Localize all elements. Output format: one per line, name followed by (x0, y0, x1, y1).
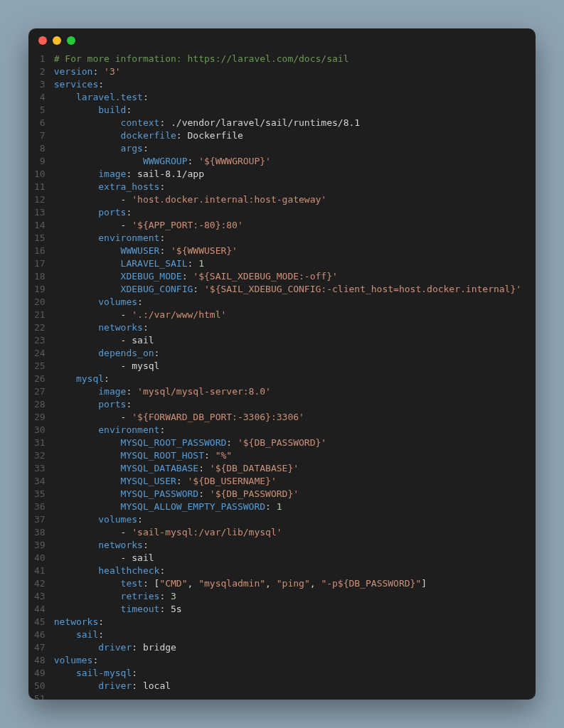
code-token: : (143, 540, 149, 550)
code-content[interactable]: # For more information: https://laravel.… (54, 53, 521, 692)
code-line[interactable]: services: (54, 78, 521, 91)
code-line[interactable]: extra_hosts: (54, 181, 521, 193)
code-token: depends_on (98, 348, 154, 358)
code-line[interactable]: driver: bridge (54, 641, 521, 654)
code-line[interactable]: - '.:/var/www/html' (54, 309, 521, 321)
code-line[interactable]: sail: (54, 628, 521, 641)
code-token (54, 105, 99, 115)
code-line[interactable]: dockerfile: Dockerfile (54, 129, 521, 142)
code-token: : (143, 322, 149, 333)
code-line[interactable]: # For more information: https://laravel.… (54, 53, 521, 65)
code-token: : (159, 565, 165, 576)
code-line[interactable]: MYSQL_USER: '${DB_USERNAME}' (54, 475, 521, 488)
code-token (54, 501, 121, 512)
code-token: build (98, 105, 126, 115)
code-line[interactable]: volumes: (54, 654, 521, 667)
code-line[interactable]: - sail (54, 552, 521, 564)
code-token: '${WWWGROUP}' (198, 156, 271, 166)
close-icon[interactable] (38, 36, 47, 45)
code-token: : (204, 450, 216, 461)
code-line[interactable]: XDEBUG_MODE: '${SAIL_XDEBUG_MODE:-off}' (54, 270, 521, 283)
code-line[interactable]: LARAVEL_SAIL: 1 (54, 257, 521, 270)
code-token: '${DB_DATABASE}' (210, 463, 299, 473)
code-token (54, 565, 99, 576)
code-token: environment (98, 232, 159, 243)
code-line[interactable]: WWWGROUP: '${WWWGROUP}' (54, 155, 521, 168)
code-line[interactable]: volumes: (54, 513, 521, 526)
code-line[interactable]: - '${FORWARD_DB_PORT:-3306}:3306' (54, 411, 521, 424)
code-token (54, 437, 121, 448)
code-token: MYSQL_USER (121, 476, 176, 486)
code-line[interactable]: - sail (54, 334, 521, 347)
code-line[interactable]: ports: (54, 206, 521, 219)
code-token (54, 245, 121, 256)
code-line[interactable]: args: (54, 142, 521, 155)
code-line[interactable]: mysql: (54, 373, 521, 385)
minimize-icon[interactable] (53, 36, 61, 45)
code-token: : (188, 258, 199, 269)
code-token: ports (98, 207, 126, 218)
zoom-icon[interactable] (67, 36, 75, 45)
code-token: '${SAIL_XDEBUG_MODE:-off}' (193, 271, 338, 282)
code-line[interactable]: driver: local (54, 680, 521, 692)
code-token: '3' (104, 66, 120, 77)
code-line[interactable]: volumes: (54, 296, 521, 309)
code-token: mysql (76, 373, 104, 384)
code-token: 3 (171, 591, 176, 601)
code-token: "mysqladmin" (198, 578, 265, 589)
code-line[interactable]: retries: 3 (54, 590, 521, 603)
code-line[interactable]: MYSQL_ROOT_HOST: "%" (54, 449, 521, 462)
code-token: retries (121, 591, 160, 601)
code-token (54, 514, 99, 525)
code-line[interactable]: WWWUSER: '${WWWUSER}' (54, 245, 521, 257)
code-token: volumes (98, 514, 137, 525)
code-line[interactable]: timeout: 5s (54, 603, 521, 616)
code-line[interactable]: - mysql (54, 360, 521, 373)
code-line[interactable]: - '${APP_PORT:-80}:80' (54, 219, 521, 232)
code-line[interactable]: sail-mysql: (54, 667, 521, 680)
code-line[interactable]: image: 'mysql/mysql-server:8.0' (54, 385, 521, 398)
code-line[interactable]: depends_on: (54, 347, 521, 360)
code-token: '.:/var/www/html' (132, 309, 226, 320)
code-line[interactable]: context: ./vendor/laravel/sail/runtimes/… (54, 117, 521, 129)
code-token: XDEBUG_CONFIG (121, 284, 193, 294)
code-token: "%" (216, 450, 232, 461)
code-line[interactable]: MYSQL_ALLOW_EMPTY_PASSWORD: 1 (54, 500, 521, 513)
code-line[interactable]: image: sail-8.1/app (54, 168, 521, 181)
code-token (54, 463, 121, 473)
code-token: test (121, 578, 143, 589)
code-token (54, 322, 99, 333)
code-line[interactable]: laravel.test: (54, 91, 521, 104)
code-token (54, 156, 143, 166)
code-token: : (176, 476, 188, 486)
code-line[interactable]: MYSQL_ROOT_PASSWORD: '${DB_PASSWORD}' (54, 437, 521, 449)
code-line[interactable]: environment: (54, 232, 521, 245)
code-line[interactable]: environment: (54, 424, 521, 437)
code-token (54, 424, 99, 435)
code-token: driver (98, 680, 132, 691)
code-token (54, 348, 99, 358)
code-line[interactable]: test: ["CMD", "mysqladmin", "ping", "-p$… (54, 577, 521, 590)
code-line[interactable]: networks: (54, 539, 521, 552)
code-line[interactable]: - 'host.docker.internal:host-gateway' (54, 193, 521, 206)
code-line[interactable]: ports: (54, 398, 521, 411)
code-token: : (198, 463, 210, 473)
code-token: LARAVEL_SAIL (121, 258, 188, 269)
code-line[interactable]: networks: (54, 616, 521, 628)
code-area[interactable]: 1 2 3 4 5 6 7 8 9 10 11 12 13 14 15 16 1… (28, 53, 536, 700)
code-line[interactable]: XDEBUG_CONFIG: '${SAIL_XDEBUG_CONFIG:-cl… (54, 283, 521, 296)
code-line[interactable]: version: '3' (54, 65, 521, 78)
code-line[interactable]: MYSQL_DATABASE: '${DB_DATABASE}' (54, 462, 521, 475)
code-line[interactable]: MYSQL_PASSWORD: '${DB_PASSWORD}' (54, 488, 521, 500)
code-token (54, 476, 121, 486)
code-token: MYSQL_DATABASE (121, 463, 199, 473)
code-line[interactable]: - 'sail-mysql:/var/lib/mysql' (54, 526, 521, 539)
line-number-gutter: 1 2 3 4 5 6 7 8 9 10 11 12 13 14 15 16 1… (28, 53, 54, 692)
code-token (54, 629, 76, 640)
code-line[interactable]: healthcheck: (54, 564, 521, 577)
code-token: : (154, 348, 160, 358)
code-line[interactable]: networks: (54, 321, 521, 334)
code-token (54, 540, 99, 550)
code-token: driver (98, 642, 132, 653)
code-line[interactable]: build: (54, 104, 521, 117)
